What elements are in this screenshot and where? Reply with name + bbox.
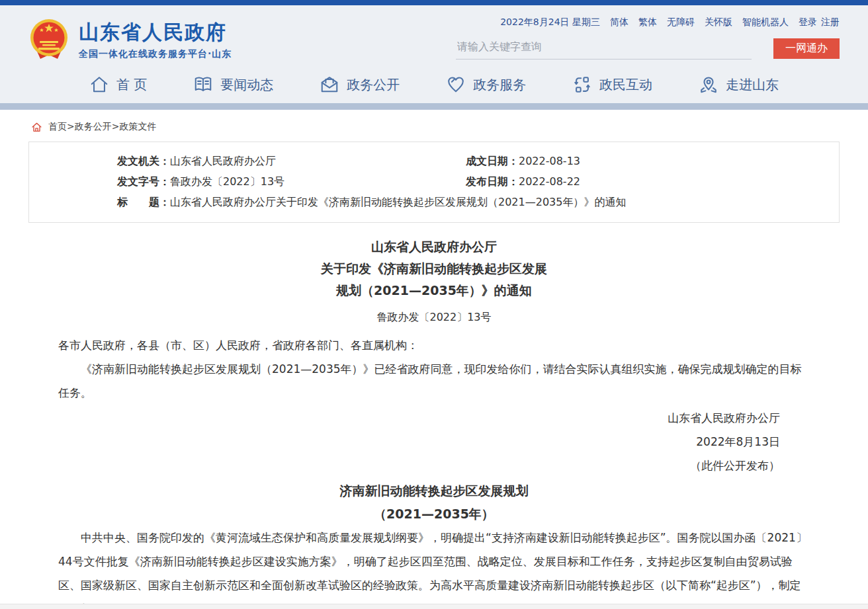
header-right: 2022年8月24日 星期三 简体 繁体 无障碍 关怀版 智能机器人 登录 注册…: [456, 13, 840, 69]
nav-item-label: 走进山东: [726, 76, 779, 94]
envelope-icon: [320, 75, 339, 95]
doc-info-label: 发文机关：: [117, 155, 170, 167]
search-row: 一网通办: [456, 38, 840, 60]
register-link[interactable]: 注册: [821, 17, 840, 28]
doc-info-title: 标 题：山东省人民政府办公厅关于印发《济南新旧动能转换起步区发展规划（2021—…: [29, 192, 839, 212]
heart-icon: [446, 75, 466, 95]
care-version-link[interactable]: 关怀版: [705, 17, 732, 28]
nav-item-label: 政务服务: [473, 76, 526, 94]
site-brand[interactable]: 山东省人民政府 全国一体化在线政务服务平台·山东: [28, 13, 232, 69]
login-group: 登录 注册: [799, 17, 840, 28]
site-title: 山东省人民政府: [79, 21, 232, 44]
nav-item-gov-info[interactable]: 政务公开: [320, 75, 400, 95]
accessibility-link[interactable]: 无障碍: [667, 17, 695, 28]
doc-info-written-date: 成文日期：2022-08-13: [466, 151, 839, 171]
plan-title-line: （2021—2035年）: [58, 503, 810, 526]
doc-info-issuing-agency: 发文机关：山东省人民政府办公厅: [29, 151, 466, 171]
nav-item-label: 首 页: [116, 76, 147, 94]
exchange-icon: [572, 75, 592, 95]
doc-info-value: 鲁政办发〔2022〕13号: [170, 175, 284, 188]
doc-info-value: 山东省人民政府办公厅关于印发《济南新旧动能转换起步区发展规划（2021—2035…: [170, 196, 626, 208]
salutation: 各市人民政府，各县（市、区）人民政府，省政府各部门、各直属机构：: [58, 333, 810, 357]
document-title: 山东省人民政府办公厅 关于印发《济南新旧动能转换起步区发展 规划（2021—20…: [58, 236, 810, 302]
breadcrumb-home-icon[interactable]: [31, 122, 42, 133]
doc-info-label: 发布日期：: [466, 175, 519, 188]
page: 山东省人民政府 全国一体化在线政务服务平台·山东 2022年8月24日 星期三 …: [0, 0, 868, 609]
nav-item-gov-services[interactable]: 政务服务: [446, 75, 526, 95]
nav-item-news[interactable]: 要闻动态: [193, 75, 273, 95]
signature-date: 2022年8月13日: [58, 430, 780, 454]
body-paragraph: 中共中央、国务院印发的《黄河流域生态保护和高质量发展规划纲要》，明确提出“支持济…: [58, 526, 810, 609]
lang-traditional-link[interactable]: 繁体: [638, 17, 657, 28]
login-link[interactable]: 登录: [799, 17, 817, 28]
doc-info-value: 2022-08-22: [519, 175, 580, 188]
breadcrumb-trail: 首页>政务公开>政策文件: [48, 121, 156, 133]
nav-item-label: 政务公开: [347, 76, 400, 94]
doc-info-label: 发文字号：: [117, 175, 170, 188]
home-icon: [89, 75, 109, 95]
signature-block: 山东省人民政府办公厅 2022年8月13日 （此件公开发布）: [58, 406, 810, 477]
national-emblem-logo: [28, 18, 69, 64]
document-number: 鲁政办发〔2022〕13号: [58, 309, 810, 326]
main-nav: 首 页 要闻动态 政务: [28, 69, 840, 103]
signature-agency: 山东省人民政府办公厅: [58, 406, 780, 430]
nav-item-home[interactable]: 首 页: [89, 75, 147, 95]
footer-strip: [0, 604, 868, 609]
breadcrumb: 首页>政务公开>政策文件: [31, 121, 840, 133]
signature-note: （此件公开发布）: [58, 454, 780, 477]
map-pin-icon: [699, 75, 718, 95]
doc-info-value: 2022-08-13: [519, 155, 580, 167]
document-title-line: 山东省人民政府办公厅: [58, 236, 810, 258]
site-subtitle: 全国一体化在线政务服务平台·山东: [79, 48, 232, 60]
doc-info-box: 发文机关：山东省人民政府办公厅 成文日期：2022-08-13 发文字号：鲁政办…: [28, 142, 840, 223]
doc-info-publish-date: 发布日期：2022-08-22: [466, 171, 839, 192]
article: 山东省人民政府办公厅 关于印发《济南新旧动能转换起步区发展 规划（2021—20…: [28, 223, 840, 609]
document-title-line: 关于印发《济南新旧动能转换起步区发展: [58, 258, 810, 280]
nav-item-label: 政民互动: [599, 76, 652, 94]
header-divider-bar: [0, 103, 868, 110]
search-input[interactable]: [456, 38, 752, 60]
nav-item-about-shandong[interactable]: 走进山东: [699, 75, 779, 95]
utility-bar: 2022年8月24日 星期三 简体 繁体 无障碍 关怀版 智能机器人 登录 注册: [456, 17, 840, 28]
content: 首页>政务公开>政策文件 发文机关：山东省人民政府办公厅 成文日期：2022-0…: [28, 121, 840, 609]
lang-simplified-link[interactable]: 简体: [610, 17, 629, 28]
document-title-line: 规划（2021—2035年）》的通知: [58, 280, 810, 302]
doc-info-label: 标 题：: [117, 196, 170, 208]
smart-robot-link[interactable]: 智能机器人: [742, 17, 789, 28]
nav-item-label: 要闻动态: [220, 76, 273, 94]
current-date: 2022年8月24日 星期三: [500, 17, 600, 28]
doc-info-label: 成文日期：: [466, 155, 519, 167]
yiwangtongban-button[interactable]: 一网通办: [773, 38, 840, 59]
doc-info-value: 山东省人民政府办公厅: [170, 155, 276, 167]
doc-info-doc-number: 发文字号：鲁政办发〔2022〕13号: [29, 171, 466, 192]
plan-title: 济南新旧动能转换起步区发展规划 （2021—2035年）: [58, 479, 810, 526]
site-header: 山东省人民政府 全国一体化在线政务服务平台·山东 2022年8月24日 星期三 …: [0, 5, 868, 103]
body-paragraph: 《济南新旧动能转换起步区发展规划（2021—2035年）》已经省政府同意，现印发…: [58, 357, 810, 405]
top-accent-bar: [0, 0, 868, 5]
nav-item-interaction[interactable]: 政民互动: [572, 75, 652, 95]
book-icon: [193, 75, 213, 95]
plan-title-line: 济南新旧动能转换起步区发展规划: [58, 479, 810, 503]
